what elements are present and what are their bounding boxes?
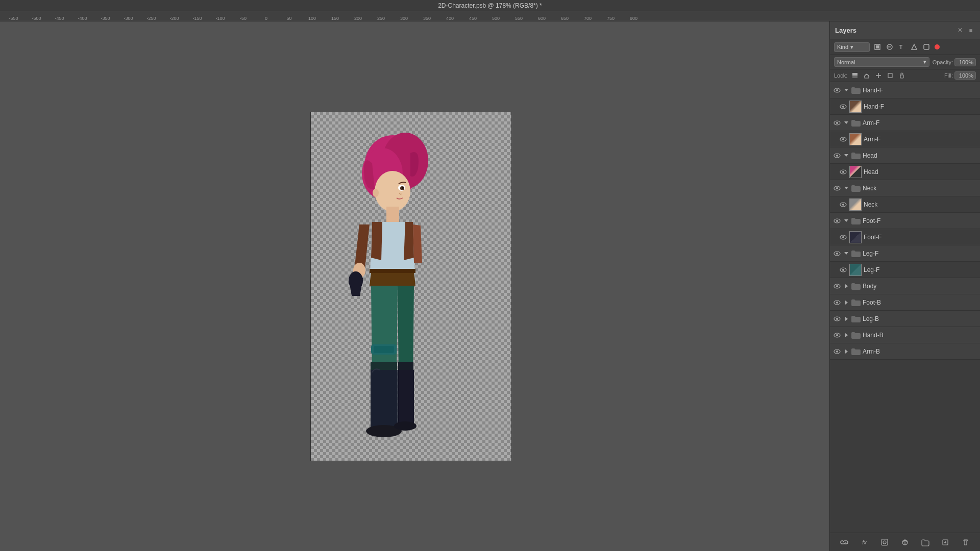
lock-position-button[interactable] (874, 71, 883, 80)
fill-input[interactable]: 100% (954, 71, 976, 80)
layer-visibility-toggle[interactable] (833, 152, 841, 160)
layer-name: Arm-F (863, 119, 977, 127)
layer-thumbnail (849, 133, 862, 145)
lock-icons (850, 71, 906, 80)
lock-transparent-pixels-button[interactable] (850, 71, 860, 80)
filter-kind-arrow: ▾ (850, 44, 853, 51)
blend-mode-dropdown[interactable]: Normal ▾ (834, 57, 929, 67)
panel-menu-button[interactable]: ≡ (967, 26, 975, 34)
svg-point-42 (836, 187, 838, 189)
layer-name: Leg-F (864, 266, 977, 273)
layer-expand-button[interactable] (843, 87, 849, 93)
horizontal-ruler: -550 -500 -450 -400 -350 -300 -250 -200 … (0, 11, 980, 21)
layer-expand-button[interactable] (843, 218, 849, 224)
fill-control: Fill: 100% (944, 71, 976, 80)
layer-row[interactable]: Arm-F (830, 115, 980, 131)
filter-smart-icon[interactable] (921, 42, 932, 52)
filter-type-icon[interactable]: T (897, 42, 907, 52)
svg-rect-13 (398, 362, 413, 370)
layer-row[interactable]: Arm-B (830, 343, 980, 360)
layer-visibility-toggle[interactable] (833, 86, 841, 94)
layer-row[interactable]: Foot-F (830, 213, 980, 229)
layer-visibility-toggle[interactable] (833, 331, 841, 339)
filter-pixel-icon[interactable] (872, 42, 883, 52)
layer-row[interactable]: Head (830, 164, 980, 180)
layer-row[interactable]: Neck (830, 180, 980, 196)
layers-bottom-toolbar: fx (830, 533, 980, 551)
layer-visibility-toggle[interactable] (833, 119, 841, 127)
layer-name: Foot-F (863, 217, 977, 224)
lock-artboard-button[interactable] (886, 71, 895, 80)
layer-expand-button[interactable] (843, 299, 849, 306)
layer-row[interactable]: Hand-F (830, 82, 980, 98)
lock-label: Lock: (834, 72, 847, 79)
svg-point-40 (842, 171, 844, 173)
layer-visibility-toggle[interactable] (839, 168, 847, 176)
layer-row[interactable]: Leg-B (830, 311, 980, 327)
layer-effects-button[interactable]: fx (859, 537, 870, 548)
layer-visibility-toggle[interactable] (839, 201, 847, 209)
layer-expand-button[interactable] (843, 348, 849, 355)
layer-row[interactable]: Hand-B (830, 327, 980, 343)
svg-point-3 (375, 171, 410, 212)
layer-visibility-toggle[interactable] (833, 282, 841, 290)
layer-name: Body (863, 283, 977, 290)
layer-row[interactable]: Arm-F (830, 131, 980, 147)
lock-all-button[interactable] (897, 71, 906, 80)
delete-layer-button[interactable] (960, 537, 971, 548)
layer-row[interactable]: Foot-B (830, 294, 980, 311)
layer-expand-button[interactable] (843, 185, 849, 191)
svg-rect-24 (855, 76, 857, 78)
layer-name: Leg-F (863, 250, 977, 257)
layer-expand-button[interactable] (843, 251, 849, 257)
layers-list[interactable]: Hand-F Hand-F Arm-F A (830, 82, 980, 533)
layer-visibility-toggle[interactable] (833, 184, 841, 192)
layer-expand-button[interactable] (843, 153, 849, 159)
svg-point-54 (836, 285, 838, 287)
layers-panel-title: Layers (835, 27, 856, 34)
svg-point-30 (836, 89, 838, 91)
folder-icon (851, 299, 861, 306)
new-adjustment-layer-button[interactable] (899, 537, 911, 548)
filter-kind-label: Kind (837, 44, 848, 50)
link-layers-button[interactable] (839, 537, 850, 548)
new-group-button[interactable] (920, 537, 931, 548)
layer-visibility-toggle[interactable] (839, 103, 847, 111)
svg-rect-19 (876, 45, 879, 48)
layers-panel: Layers ✕ ≡ Kind ▾ T (829, 21, 980, 551)
layer-expand-button[interactable] (843, 316, 849, 322)
layer-visibility-toggle[interactable] (839, 135, 847, 143)
layer-row[interactable]: Leg-F (830, 245, 980, 262)
layer-expand-button[interactable] (843, 332, 849, 338)
layer-visibility-toggle[interactable] (833, 217, 841, 225)
layer-expand-button[interactable] (843, 283, 849, 289)
layer-visibility-toggle[interactable] (833, 347, 841, 356)
layer-row[interactable]: Leg-F (830, 262, 980, 278)
filter-shape-icon[interactable] (909, 42, 919, 52)
add-mask-button[interactable] (879, 537, 890, 548)
layer-name: Leg-B (863, 315, 977, 322)
layer-row[interactable]: Body (830, 278, 980, 294)
new-layer-button[interactable] (940, 537, 951, 548)
blend-opacity-row: Normal ▾ Opacity: 100% (830, 55, 980, 69)
layer-name: Head (863, 152, 977, 159)
layer-row[interactable]: Head (830, 147, 980, 164)
panel-close-button[interactable]: ✕ (957, 27, 964, 34)
filter-adjustment-icon[interactable] (885, 42, 895, 52)
layer-visibility-toggle[interactable] (833, 249, 841, 258)
layer-visibility-toggle[interactable] (833, 315, 841, 323)
layer-thumbnail (849, 101, 862, 113)
layer-row[interactable]: Neck (830, 196, 980, 213)
filter-kind-dropdown[interactable]: Kind ▾ (834, 42, 870, 52)
layer-visibility-toggle[interactable] (833, 298, 841, 307)
folder-icon (851, 250, 861, 257)
layer-row[interactable]: Foot-F (830, 229, 980, 245)
canvas-wrapper (310, 112, 512, 461)
layer-visibility-toggle[interactable] (839, 233, 847, 241)
layer-visibility-toggle[interactable] (839, 266, 847, 274)
opacity-input[interactable]: 100% (954, 58, 976, 66)
svg-rect-26 (855, 73, 857, 76)
layer-expand-button[interactable] (843, 120, 849, 126)
layer-row[interactable]: Hand-F (830, 98, 980, 115)
lock-image-pixels-button[interactable] (862, 71, 871, 80)
